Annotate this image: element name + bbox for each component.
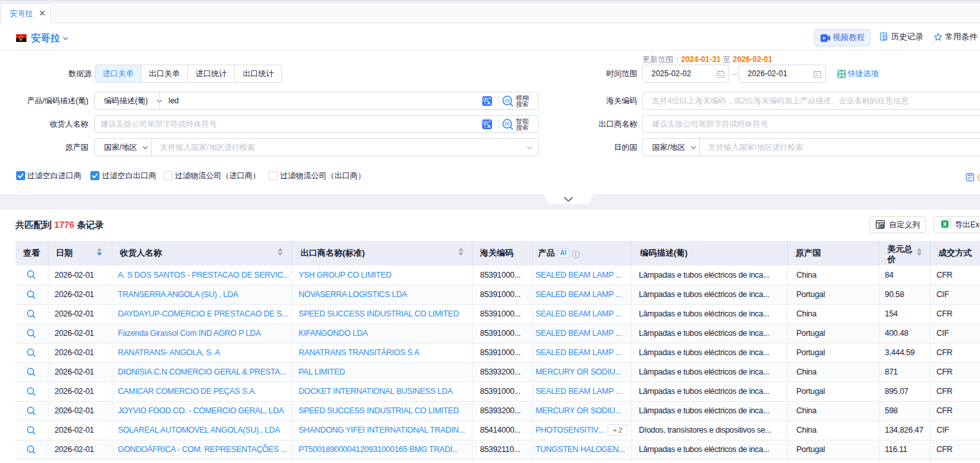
svg-text:A: A bbox=[487, 100, 491, 106]
svg-text:A: A bbox=[487, 123, 491, 129]
